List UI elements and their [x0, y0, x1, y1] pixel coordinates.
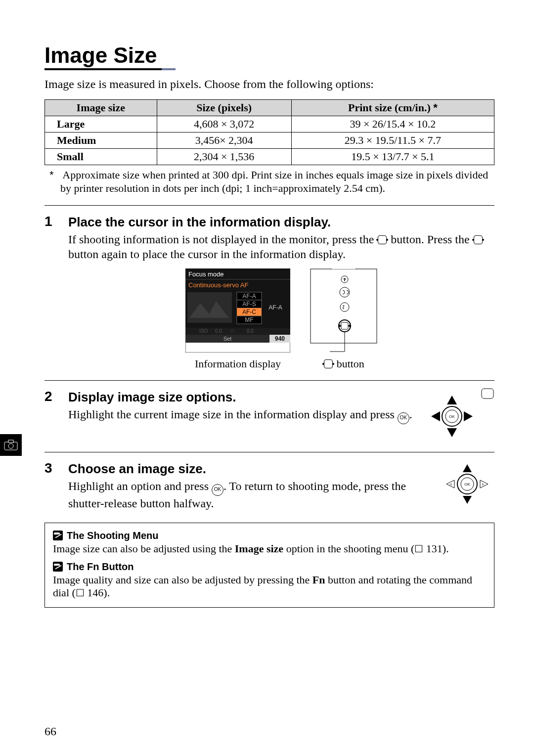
svg-text:940: 940	[275, 335, 285, 342]
svg-text:OK: OK	[464, 482, 470, 487]
svg-rect-26	[314, 285, 336, 339]
lcd-caption: Information display	[185, 357, 290, 370]
svg-text:Focus mode: Focus mode	[188, 270, 224, 278]
svg-text:MF: MF	[245, 316, 253, 323]
step-title: Place the cursor in the information disp…	[68, 215, 494, 230]
step-body: If shooting information is not displayed…	[68, 232, 494, 262]
svg-text:Set: Set	[223, 336, 232, 342]
note-title: The Shooting Menu	[53, 530, 486, 541]
table-row: Small 2,304 × 1,536 19.5 × 13/7.7 × 5.1	[45, 148, 494, 165]
camera-back-diagram: ?	[310, 268, 377, 370]
multi-selector-diagram: OK ◃ ▹	[440, 459, 494, 511]
note-title: The Fn Button	[53, 561, 486, 573]
ok-button-icon: OK	[398, 412, 409, 424]
note-body: Image quality and size can also be adjus…	[53, 574, 486, 599]
svg-text:◃: ◃	[449, 482, 452, 487]
svg-marker-43	[431, 411, 440, 421]
step-body: Highlight an option and press OK. To ret…	[68, 479, 430, 511]
svg-text:ISO: ISO	[199, 328, 208, 334]
multi-selector-diagram: OK	[430, 388, 494, 444]
svg-rect-37	[482, 389, 493, 399]
svg-rect-5	[187, 292, 232, 323]
divider	[44, 452, 494, 452]
svg-text:AF-A: AF-A	[268, 304, 282, 311]
step-title: Choose an image size.	[68, 461, 430, 477]
step-1: 1 Place the cursor in the information di…	[44, 215, 494, 372]
divider	[44, 380, 494, 381]
svg-rect-32	[341, 322, 348, 329]
svg-text:□: □	[231, 328, 234, 334]
svg-marker-49	[463, 496, 472, 504]
button-caption: button	[310, 357, 377, 370]
svg-text:AF-C: AF-C	[242, 309, 256, 315]
information-display-lcd: Focus mode Continuous-servo AF AF-A	[185, 268, 290, 370]
svg-marker-42	[447, 428, 457, 437]
svg-point-30	[340, 303, 349, 311]
svg-text:Continuous-servo AF: Continuous-servo AF	[188, 281, 248, 289]
table-row: Medium 3,456× 2,304 29.3 × 19.5/11.5 × 7…	[45, 132, 494, 148]
table-footnote: * Approximate size when printed at 300 d…	[44, 168, 494, 195]
svg-rect-55	[8, 440, 13, 443]
divider	[44, 205, 494, 206]
book-icon: ☐	[414, 543, 423, 554]
svg-point-33	[339, 325, 341, 327]
svg-marker-48	[463, 464, 472, 472]
svg-text:0.0: 0.0	[247, 328, 254, 334]
section-tab-camera-icon	[0, 434, 22, 456]
col-size-pixels: Size (pixels)	[157, 99, 291, 116]
step-number: 3	[44, 461, 61, 511]
svg-point-56	[8, 444, 13, 448]
page-title: Image Size	[44, 44, 172, 70]
note-body: Image size can also be adjusted using th…	[53, 542, 486, 555]
info-button-icon	[378, 235, 387, 244]
info-button-icon	[474, 235, 483, 244]
step-body: Highlight the current image size in the …	[68, 407, 420, 424]
step-title: Display image size options.	[68, 390, 420, 405]
ok-button-icon: OK	[212, 484, 223, 496]
info-button-icon	[324, 359, 333, 368]
svg-text:0.0: 0.0	[215, 328, 222, 334]
step-number: 2	[44, 390, 61, 444]
step-2: 2 Display image size options. Highlight …	[44, 390, 494, 444]
step-number: 1	[44, 215, 61, 372]
svg-text:▹: ▹	[482, 482, 485, 487]
pencil-icon	[53, 531, 63, 540]
col-image-size: Image size	[45, 99, 157, 116]
intro-text: Image size is measured in pixels. Choose…	[44, 77, 494, 91]
pencil-icon	[53, 562, 63, 572]
page-number: 66	[44, 725, 56, 738]
table-row: Large 4,608 × 3,072 39 × 26/15.4 × 10.2	[45, 116, 494, 132]
col-print-size: Print size (cm/in.) *	[291, 99, 494, 116]
image-size-table: Image size Size (pixels) Print size (cm/…	[44, 99, 494, 165]
svg-point-34	[349, 325, 351, 327]
svg-marker-41	[447, 396, 457, 404]
svg-text:AF-A: AF-A	[242, 293, 256, 300]
book-icon: ☐	[76, 587, 85, 598]
notes-box: The Shooting Menu Image size can also be…	[44, 523, 494, 608]
step-3: 3 Choose an image size. Highlight an opt…	[44, 461, 494, 511]
svg-text:?: ?	[344, 278, 346, 281]
svg-text:AF-S: AF-S	[242, 301, 256, 308]
svg-text:OK: OK	[449, 414, 455, 419]
svg-marker-44	[464, 411, 473, 421]
